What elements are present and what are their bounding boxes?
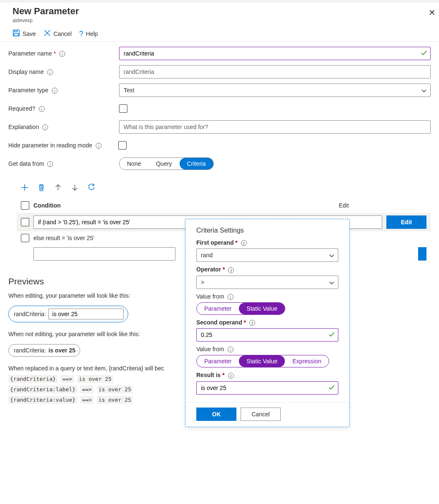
display-name-input[interactable]	[119, 65, 431, 79]
help-icon: ?	[79, 30, 84, 38]
result-label: Result is * i	[196, 372, 338, 378]
page-subtitle: aidevexp	[13, 18, 426, 23]
explanation-input[interactable]	[119, 120, 431, 134]
hide-label: Hide parameter in reading mode i	[8, 142, 119, 149]
move-up-icon[interactable]	[54, 184, 62, 191]
add-icon[interactable]	[21, 184, 28, 191]
param-name-input[interactable]	[119, 47, 431, 60]
info-icon[interactable]: i	[47, 69, 53, 75]
pill-parameter[interactable]: Parameter	[197, 355, 239, 367]
row-checkbox[interactable]	[21, 218, 29, 226]
chip-label: randCriteria:	[14, 347, 46, 354]
info-icon[interactable]: i	[241, 240, 247, 246]
required-label: Required? i	[8, 105, 119, 112]
value-from-label-2: Value from i	[196, 346, 338, 352]
info-icon[interactable]: i	[228, 267, 234, 273]
cancel-icon	[43, 29, 51, 38]
explanation-label: Explanation i	[8, 124, 119, 130]
criteria-toolbar	[21, 184, 426, 191]
param-name-label: Parameter name * i	[8, 50, 119, 57]
get-data-pillgroup: None Query Criteria	[119, 157, 214, 170]
info-icon[interactable]: i	[47, 161, 53, 167]
select-all-checkbox[interactable]	[21, 201, 29, 210]
chip-label: randCriteria:	[14, 311, 46, 317]
ok-button[interactable]: OK	[196, 408, 236, 415]
info-icon[interactable]: i	[59, 51, 65, 57]
chip-input[interactable]	[48, 309, 124, 319]
help-button[interactable]: ? Help	[79, 29, 98, 38]
edit-button-small[interactable]	[418, 247, 426, 261]
criteria-settings-popup: Criteria Settings First operand * i rand…	[185, 219, 350, 415]
row-checkbox[interactable]	[21, 234, 29, 242]
refresh-icon[interactable]	[88, 184, 95, 191]
form-panel: Parameter name * i Display name i Parame…	[0, 42, 439, 170]
move-down-icon[interactable]	[71, 184, 79, 191]
toolbar: Save Cancel ? Help	[13, 29, 426, 38]
close-icon[interactable]: ✕	[425, 6, 439, 19]
display-name-label: Display name i	[8, 68, 119, 75]
pill-criteria[interactable]: Criteria	[180, 158, 213, 170]
param-type-label: Parameter type i	[8, 87, 119, 94]
value-from-pillgroup-1: Parameter Static Value	[196, 302, 285, 315]
edit-button[interactable]: Edit	[386, 215, 426, 229]
result-input[interactable]	[196, 381, 338, 395]
header: New Parameter aidevexp ✕ Save Cancel ? H…	[0, 3, 439, 42]
info-icon[interactable]: i	[39, 106, 45, 112]
value-from-pillgroup-2: Parameter Static Value Expression	[196, 355, 329, 367]
delete-icon[interactable]	[38, 184, 45, 191]
info-icon[interactable]: i	[249, 320, 255, 326]
get-data-label: Get data from i	[8, 160, 119, 167]
info-icon[interactable]: i	[228, 347, 233, 352]
info-icon[interactable]: i	[228, 373, 234, 379]
popup-title: Criteria Settings	[196, 227, 338, 234]
condition-input-empty[interactable]	[33, 247, 175, 261]
value-from-label-1: Value from i	[196, 293, 338, 300]
required-checkbox[interactable]	[119, 104, 127, 113]
chip-value: is over 25	[48, 347, 76, 354]
pill-static-value[interactable]: Static Value	[239, 355, 285, 367]
svg-rect-1	[15, 30, 18, 32]
info-icon[interactable]: i	[96, 143, 102, 149]
info-icon[interactable]: i	[228, 294, 233, 300]
save-button[interactable]: Save	[13, 29, 36, 38]
param-type-select[interactable]: Text	[119, 84, 431, 97]
operator-label: Operator * i	[196, 266, 338, 273]
save-label: Save	[23, 30, 36, 37]
hide-checkbox[interactable]	[118, 141, 127, 149]
edit-header: Edit	[339, 202, 426, 209]
save-icon	[13, 29, 20, 38]
cancel-label: Cancel	[53, 30, 72, 37]
pill-parameter[interactable]: Parameter	[197, 303, 239, 314]
cancel-button[interactable]: Cancel	[43, 29, 72, 38]
first-operand-select[interactable]: rand	[196, 248, 338, 262]
popup-footer: OK Cancel	[196, 408, 338, 415]
preview-chip-editing: randCriteria:	[8, 306, 128, 322]
info-icon[interactable]: i	[42, 124, 48, 130]
operator-select[interactable]: >	[196, 276, 338, 289]
svg-rect-2	[14, 33, 18, 36]
first-operand-label: First operand * i	[196, 239, 338, 246]
pill-expression[interactable]: Expression	[285, 355, 329, 367]
second-operand-input[interactable]	[196, 328, 338, 342]
condition-header: Condition	[33, 202, 61, 209]
page-title: New Parameter	[13, 6, 426, 17]
cancel-button[interactable]: Cancel	[241, 408, 281, 415]
info-icon[interactable]: i	[52, 88, 58, 94]
second-operand-label: Second operand * i	[196, 319, 338, 326]
pill-none[interactable]: None	[119, 158, 148, 170]
pill-static-value[interactable]: Static Value	[239, 303, 285, 314]
criteria-header-row: Condition Edit	[21, 198, 426, 213]
help-label: Help	[86, 30, 98, 37]
pill-query[interactable]: Query	[148, 158, 179, 170]
preview-chip-readonly: randCriteria: is over 25	[8, 344, 80, 357]
